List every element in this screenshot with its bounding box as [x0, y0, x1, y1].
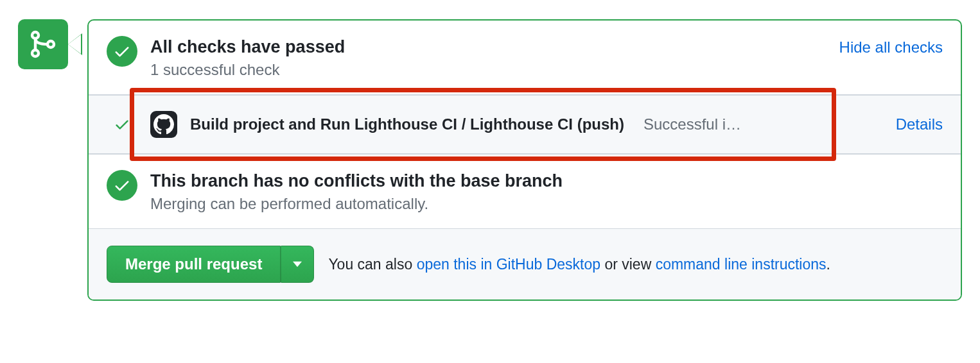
- svg-point-0: [32, 32, 39, 38]
- checkmark-icon: [113, 42, 131, 60]
- merge-help-suffix: .: [827, 256, 830, 273]
- check-list: Build project and Run Lighthouse CI / Li…: [89, 95, 961, 154]
- check-status-text: Successful i…: [643, 115, 870, 133]
- check-details-link[interactable]: Details: [896, 115, 943, 133]
- merge-actions-section: Merge pull request You can also open thi…: [89, 228, 961, 300]
- merge-help-text: You can also open this in GitHub Desktop…: [328, 256, 830, 273]
- checks-summary-section: All checks have passed 1 successful chec…: [89, 21, 961, 95]
- checks-title: All checks have passed: [150, 36, 827, 58]
- merge-help-prefix: You can also: [328, 256, 416, 273]
- checkmark-icon: [114, 116, 130, 133]
- conflicts-section: This branch has no conflicts with the ba…: [89, 154, 961, 228]
- svg-point-1: [32, 50, 39, 56]
- merge-help-middle: or view: [600, 256, 656, 273]
- github-mark-icon: [153, 114, 174, 135]
- conflicts-title: This branch has no conflicts with the ba…: [150, 170, 943, 192]
- merge-icon-badge: [18, 19, 68, 69]
- merge-options-dropdown[interactable]: [281, 246, 314, 283]
- checks-passed-icon: [107, 36, 137, 67]
- check-status-icon: [113, 115, 131, 133]
- check-name[interactable]: Build project and Run Lighthouse CI / Li…: [190, 115, 624, 133]
- no-conflicts-icon: [107, 170, 137, 201]
- merge-status-panel: All checks have passed 1 successful chec…: [18, 19, 962, 301]
- git-merge-icon: [28, 29, 58, 60]
- merge-button-group: Merge pull request: [107, 246, 314, 283]
- checkmark-icon: [113, 176, 131, 194]
- toggle-checks-link[interactable]: Hide all checks: [839, 38, 943, 56]
- cli-instructions-link[interactable]: command line instructions: [656, 256, 827, 273]
- merge-panel: All checks have passed 1 successful chec…: [87, 19, 962, 301]
- open-desktop-link[interactable]: open this in GitHub Desktop: [417, 256, 600, 273]
- conflicts-subtitle: Merging can be performed automatically.: [150, 195, 943, 213]
- github-logo-icon: [150, 111, 177, 138]
- svg-point-2: [48, 41, 54, 47]
- merge-pull-request-button[interactable]: Merge pull request: [107, 246, 281, 283]
- check-row: Build project and Run Lighthouse CI / Li…: [89, 96, 961, 153]
- checks-subtitle: 1 successful check: [150, 61, 827, 79]
- caret-down-icon: [293, 261, 302, 267]
